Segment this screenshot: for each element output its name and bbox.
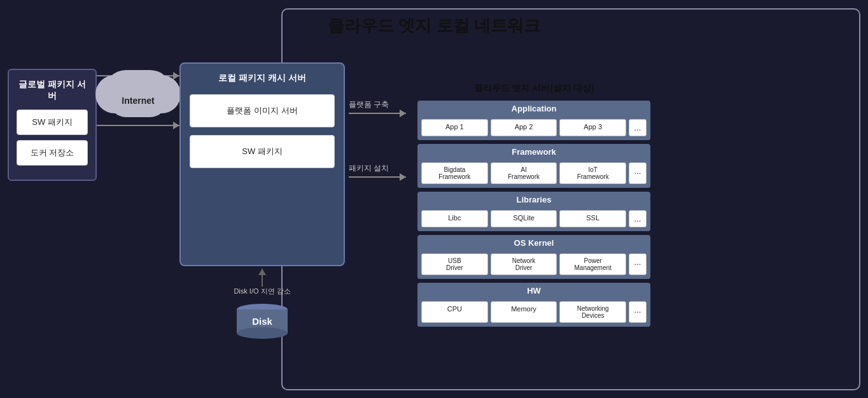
usb-driver: USB Driver xyxy=(421,253,488,275)
layer-libraries-items: Libc SQLite SSL ... xyxy=(417,208,650,231)
app1: App 1 xyxy=(421,119,488,136)
layer-hw-title: HW xyxy=(417,283,650,299)
bigdata-fw: Bigdata Framework xyxy=(421,162,488,184)
disk-section: Disk I/O 지연 감소 Disk xyxy=(179,269,345,339)
layer-os-items: USB Driver Network Driver Power Manageme… xyxy=(417,251,650,279)
platform-arrow: 플랫폼 구축 xyxy=(349,99,406,114)
layer-application-title: Application xyxy=(417,101,650,117)
os-dots: ... xyxy=(629,253,647,275)
networking-devices: Networking Devices xyxy=(559,301,626,323)
layer-framework-title: Framework xyxy=(417,144,650,160)
sw-package-item: SW 패키지 xyxy=(17,110,88,135)
up-arrowhead xyxy=(258,269,266,275)
ssl: SSL xyxy=(559,210,626,227)
package-line xyxy=(349,176,406,178)
iot-fw: IoT Framework xyxy=(559,162,626,184)
layer-libraries: Libraries Libc SQLite SSL ... xyxy=(417,192,650,231)
sqlite: SQLite xyxy=(491,210,557,227)
hw-dots: ... xyxy=(629,301,647,323)
fw-dots: ... xyxy=(629,162,647,184)
layer-application-items: App 1 App 2 App 3 ... xyxy=(417,117,650,140)
main-title: 클라우드 엣지 로컬 네트워크 xyxy=(8,15,860,37)
layer-os-kernel-title: OS Kernel xyxy=(417,235,650,251)
platform-h-arrow xyxy=(349,113,406,114)
layer-os-kernel: OS Kernel USB Driver Network Driver Powe… xyxy=(417,235,650,279)
cpu: CPU xyxy=(421,301,488,323)
memory: Memory xyxy=(491,301,557,323)
page-wrapper: 클라우드 엣지 로컬 네트워크 글로벌 패키지 서버 SW 패키지 도커 저장소… xyxy=(8,8,860,390)
platform-arrowhead xyxy=(400,110,406,117)
arrow-head-2 xyxy=(173,122,179,129)
platform-image-server: 플랫폼 이미지 서버 xyxy=(190,94,335,127)
disk-visualization: Disk xyxy=(237,304,288,339)
ai-fw: AI Framework xyxy=(491,162,557,184)
package-h-arrow xyxy=(349,176,406,178)
layer-hw: HW CPU Memory Networking Devices ... xyxy=(417,283,650,327)
package-arrowhead xyxy=(400,173,406,181)
layer-framework-items: Bigdata Framework AI Framework IoT Frame… xyxy=(417,160,650,188)
app2: App 2 xyxy=(491,119,557,136)
lib-dots: ... xyxy=(629,210,647,227)
internet-cloud: Internet xyxy=(109,84,167,117)
disk-label: Disk I/O 지연 감소 xyxy=(234,287,290,296)
package-label: 패키지 설치 xyxy=(349,163,389,174)
internet-section: Internet xyxy=(97,69,179,126)
sw-package-cache: SW 패키지 xyxy=(190,135,335,168)
global-server-title: 글로벌 패키지 서버 xyxy=(17,79,88,102)
package-arrow: 패키지 설치 xyxy=(349,163,406,178)
docker-repo-item: 도커 저장소 xyxy=(17,140,88,166)
layer-libraries-title: Libraries xyxy=(417,192,650,208)
disk-bottom xyxy=(237,327,288,339)
disk-text: Disk xyxy=(252,316,272,327)
global-server: 글로벌 패키지 서버 SW 패키지 도커 저장소 xyxy=(8,69,97,181)
libc: Libc xyxy=(421,210,488,227)
local-cache-title: 로컬 패키지 캐시 서버 xyxy=(190,73,335,84)
layer-hw-items: CPU Memory Networking Devices ... xyxy=(417,299,650,327)
content-row: 글로벌 패키지 서버 SW 패키지 도커 저장소 Internet 로컬 패키지… xyxy=(8,43,860,339)
cloud-edge-title: 클라우드 엣지 서버(설치 대상) xyxy=(417,83,650,94)
middle-arrows: 플랫폼 구축 패키지 설치 xyxy=(349,75,406,203)
platform-label: 플랫폼 구축 xyxy=(349,99,389,110)
cloud-edge-container: 클라우드 엣지 서버(설치 대상) Application App 1 App … xyxy=(410,75,658,338)
left-arrow-line xyxy=(97,75,179,76)
app3: App 3 xyxy=(559,119,626,136)
disk-arrow-up xyxy=(262,269,263,287)
layer-framework: Framework Bigdata Framework AI Framework… xyxy=(417,144,650,188)
network-driver: Network Driver xyxy=(491,253,557,275)
app-dots: ... xyxy=(629,119,647,136)
power-mgmt: Power Management xyxy=(559,253,626,275)
local-cache-wrapper: 로컬 패키지 캐시 서버 플랫폼 이미지 서버 SW 패키지 Disk I/O … xyxy=(179,62,345,339)
layer-application: Application App 1 App 2 App 3 ... xyxy=(417,101,650,140)
local-cache-server: 로컬 패키지 캐시 서버 플랫폼 이미지 서버 SW 패키지 xyxy=(179,62,345,266)
right-arrow-line xyxy=(97,125,179,126)
arrow-head xyxy=(173,72,179,80)
platform-line xyxy=(349,113,406,114)
